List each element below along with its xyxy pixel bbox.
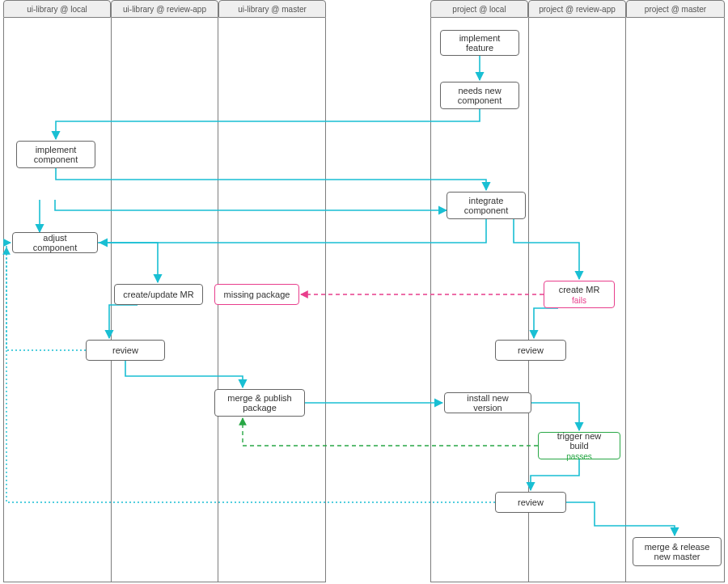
node-needs-component: needs new component	[440, 82, 519, 109]
node-merge-release-master: merge & release new master	[633, 537, 722, 566]
lane-bottom	[430, 582, 725, 582]
lane-header-uilib-master: ui-library @ master	[218, 0, 326, 18]
node-status: passes	[566, 452, 592, 461]
node-implement-component: implement component	[16, 141, 95, 168]
lane-header-uilib-review: ui-library @ review-app	[111, 0, 218, 18]
node-trigger-build: trigger new build passes	[538, 432, 620, 459]
lane-bottom	[3, 582, 326, 582]
node-merge-publish: merge & publish package	[214, 389, 305, 417]
node-create-mr-project: create MR fails	[544, 281, 615, 308]
lane-header-proj-master: project @ master	[626, 0, 725, 18]
node-missing-package: missing package	[214, 284, 299, 305]
lane-header-proj-review: project @ review-app	[528, 0, 626, 18]
node-adjust-component: adjust component	[12, 232, 98, 253]
node-implement-feature: implement feature	[440, 30, 519, 56]
node-review-project: review	[495, 340, 566, 361]
node-review-ui: review	[86, 340, 165, 361]
lane-header-proj-local: project @ local	[430, 0, 528, 18]
node-install-new-version: install new version	[444, 392, 531, 413]
node-label: create MR	[559, 285, 600, 294]
node-label: trigger new build	[547, 431, 612, 451]
node-review-final: review	[495, 492, 566, 513]
lane-body	[3, 18, 111, 582]
node-create-update-mr: create/update MR	[114, 284, 203, 305]
node-status: fails	[572, 296, 586, 305]
lane-header-uilib-local: ui-library @ local	[3, 0, 111, 18]
node-integrate-component: integrate component	[447, 192, 526, 219]
lane-body	[626, 18, 725, 582]
